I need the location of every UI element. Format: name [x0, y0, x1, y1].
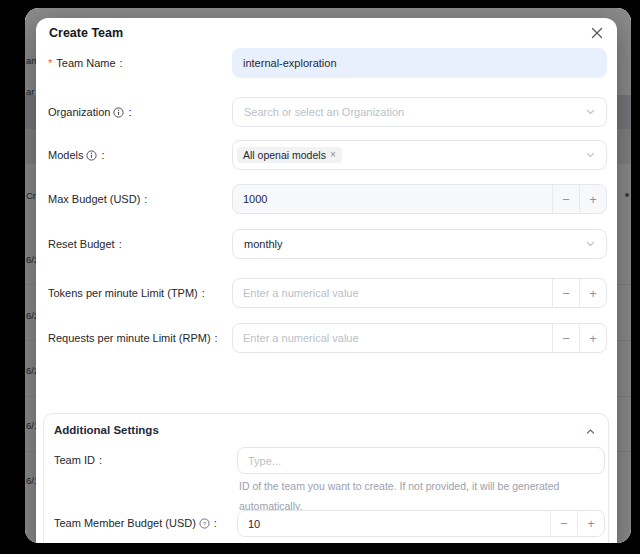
models-row: Models : All openai models ×	[36, 140, 617, 170]
create-team-modal: Create Team * Team Name:	[36, 18, 617, 543]
screen: am ar Cr 6/2 6/2 6/2 6/1 6/1 Create Team…	[0, 0, 640, 554]
close-icon	[591, 25, 603, 43]
team-name-label: * Team Name:	[48, 48, 123, 78]
max-budget-label: Max Budget (USD):	[48, 184, 147, 214]
reset-budget-row: Reset Budget: monthly	[36, 229, 617, 259]
panel-collapse-button[interactable]	[583, 425, 597, 439]
plus-button[interactable]: +	[579, 279, 606, 307]
reset-budget-label: Reset Budget:	[48, 229, 122, 259]
max-budget-input[interactable]	[233, 185, 552, 213]
reset-budget-select[interactable]: monthly	[232, 229, 607, 259]
info-icon	[86, 150, 97, 161]
info-icon	[113, 107, 124, 118]
models-select[interactable]: All openai models ×	[232, 140, 607, 170]
organization-placeholder: Search or select an Organization	[233, 106, 404, 118]
team-name-row: * Team Name:	[36, 48, 617, 78]
team-id-label: Team ID:	[54, 454, 102, 466]
question-icon: ?	[199, 518, 210, 529]
team-member-budget-label: Team Member Budget (USD) ? :	[54, 517, 217, 529]
organization-label: Organization :	[48, 97, 131, 127]
svg-text:?: ?	[203, 519, 207, 526]
close-button[interactable]	[588, 25, 606, 43]
team-id-input[interactable]	[238, 448, 604, 473]
max-budget-row: Max Budget (USD): − +	[36, 184, 617, 214]
organization-select[interactable]: Search or select an Organization	[232, 97, 607, 127]
tpm-label: Tokens per minute Limit (TPM):	[48, 278, 205, 308]
team-name-input[interactable]	[233, 49, 606, 77]
additional-settings-title: Additional Settings	[54, 424, 159, 436]
rpm-input[interactable]	[233, 324, 552, 352]
chevron-up-icon	[585, 423, 596, 441]
rpm-row: Requests per minute Limit (RPM): − +	[36, 323, 617, 353]
chevron-down-icon	[585, 107, 596, 118]
organization-row: Organization : Search or select an Organ…	[36, 97, 617, 127]
reset-budget-value: monthly	[233, 238, 283, 250]
chevron-down-icon	[585, 150, 596, 161]
tag-remove-icon[interactable]: ×	[330, 150, 336, 160]
team-member-budget-input[interactable]	[238, 511, 550, 536]
models-tag: All openai models ×	[237, 147, 342, 163]
modal-title: Create Team	[49, 26, 123, 40]
plus-button[interactable]: +	[579, 324, 606, 352]
minus-button[interactable]: −	[552, 324, 579, 352]
app-window: am ar Cr 6/2 6/2 6/2 6/1 6/1 Create Team…	[25, 8, 631, 543]
additional-settings-panel: Additional Settings Team ID: ID of the t…	[43, 413, 609, 543]
minus-button[interactable]: −	[552, 185, 579, 213]
tpm-input[interactable]	[233, 279, 552, 307]
tpm-row: Tokens per minute Limit (TPM): − +	[36, 278, 617, 308]
minus-button[interactable]: −	[552, 279, 579, 307]
required-asterisk: *	[48, 48, 52, 78]
rpm-label: Requests per minute Limit (RPM):	[48, 323, 218, 353]
plus-button[interactable]: +	[579, 185, 606, 213]
chevron-down-icon	[585, 239, 596, 250]
models-label: Models :	[48, 140, 105, 170]
minus-button[interactable]: −	[550, 511, 577, 536]
plus-button[interactable]: +	[577, 511, 604, 536]
